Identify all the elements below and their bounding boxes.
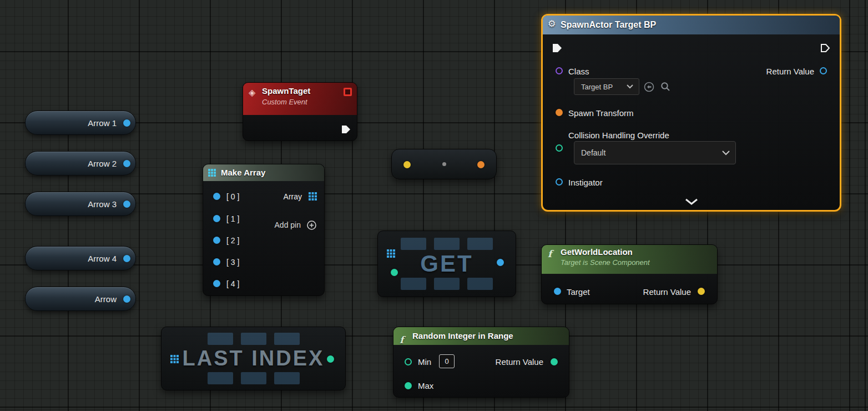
instigator-label: Instigator xyxy=(568,178,603,187)
index-output-pin[interactable] xyxy=(327,355,334,363)
variable-node-arrow-4[interactable]: Arrow 4 xyxy=(25,246,136,270)
wire-layer xyxy=(0,0,166,83)
exec-output-pin[interactable] xyxy=(820,43,830,53)
min-label: Min xyxy=(418,357,431,367)
delegate-pin[interactable] xyxy=(344,88,352,96)
transform-output-pin[interactable] xyxy=(477,161,485,168)
expand-node-chevron[interactable] xyxy=(685,197,698,207)
node-subtitle: Target is Scene Component xyxy=(561,258,717,267)
custom-event-node[interactable]: ◈ SpawnTaget Custom Event xyxy=(243,82,357,141)
node-title: GetWorldLocation xyxy=(561,247,717,257)
object-output-pin[interactable] xyxy=(123,201,130,208)
array-element-pin-2[interactable] xyxy=(213,237,220,244)
object-output-pin[interactable] xyxy=(123,160,130,167)
event-diamond-icon: ◈ xyxy=(249,87,255,98)
node-title: Random Integer in Range xyxy=(412,331,513,340)
collision-override-pin[interactable] xyxy=(556,144,563,152)
pin-label: [ 0 ] xyxy=(226,192,239,201)
spawn-transform-pin[interactable] xyxy=(556,109,563,116)
last-index-node[interactable]: LAST INDEX xyxy=(161,327,346,390)
array-input-pin[interactable] xyxy=(170,355,179,363)
pin-label: [ 3 ] xyxy=(226,258,239,267)
spawn-actor-node[interactable]: ⚙ SpawnActor Target BP Class Return Valu… xyxy=(541,14,841,212)
target-label: Target xyxy=(567,287,590,297)
pin-label: [ 2 ] xyxy=(226,236,239,245)
collision-override-dropdown[interactable]: Default xyxy=(574,141,736,164)
variable-label: Arrow 4 xyxy=(88,254,117,263)
variable-label: Arrow xyxy=(95,294,117,304)
collision-override-value: Default xyxy=(574,148,722,157)
get-world-location-node[interactable]: f GetWorldLocation Target is Scene Compo… xyxy=(541,244,718,304)
collapsed-transform-node[interactable] xyxy=(391,149,497,179)
array-get-node[interactable]: GET xyxy=(377,230,516,297)
node-watermark: LAST INDEX xyxy=(162,327,345,390)
chevron-down-icon xyxy=(627,84,639,89)
node-title: SpawnTaget xyxy=(262,86,357,96)
class-select-dropdown[interactable]: Target BP xyxy=(574,78,639,95)
node-watermark: GET xyxy=(378,231,516,297)
add-pin-button[interactable] xyxy=(307,220,316,230)
return-value-label: Return Value xyxy=(643,287,691,297)
object-output-pin[interactable] xyxy=(123,295,130,303)
target-input-pin[interactable] xyxy=(554,288,561,295)
min-value-input[interactable]: 0 xyxy=(439,354,455,368)
function-icon: f xyxy=(400,331,403,349)
instigator-pin[interactable] xyxy=(556,178,563,186)
node-dot xyxy=(442,162,446,166)
object-output-pin[interactable] xyxy=(123,255,130,262)
return-value-pin[interactable] xyxy=(551,358,558,365)
class-select-value: Target BP xyxy=(574,83,627,91)
spawn-transform-label: Spawn Transform xyxy=(568,108,634,118)
array-output-pin[interactable] xyxy=(309,192,317,201)
variable-label: Arrow 3 xyxy=(88,199,117,209)
array-output-label: Array xyxy=(284,192,302,201)
node-title: Make Array xyxy=(221,168,265,177)
make-array-node[interactable]: Make Array [ 0 ] [ 1 ] [ 2 ] [ 3 ] [ 4 ]… xyxy=(203,164,325,296)
variable-node-arrow[interactable]: Arrow xyxy=(25,287,136,311)
variable-node-arrow-3[interactable]: Arrow 3 xyxy=(25,192,136,216)
collision-handling-label: Collision Handling Override xyxy=(568,131,669,140)
array-element-pin-4[interactable] xyxy=(213,280,220,287)
object-output-pin[interactable] xyxy=(123,119,130,127)
return-value-label: Return Value xyxy=(766,67,814,76)
vector-input-pin[interactable] xyxy=(403,161,411,168)
variable-label: Arrow 2 xyxy=(88,159,117,168)
variable-label: Arrow 1 xyxy=(88,118,117,128)
exec-output-pin[interactable] xyxy=(341,125,351,134)
element-output-pin[interactable] xyxy=(497,259,504,266)
index-input-pin[interactable] xyxy=(391,269,398,276)
reset-to-default-icon[interactable] xyxy=(644,82,654,92)
pin-label: [ 1 ] xyxy=(226,214,239,223)
node-title: SpawnActor Target BP xyxy=(561,20,656,29)
class-label: Class xyxy=(568,67,589,76)
add-pin-label: Add pin xyxy=(275,220,301,229)
array-element-pin-3[interactable] xyxy=(213,258,220,265)
max-label: Max xyxy=(418,381,433,390)
chevron-down-icon xyxy=(722,151,735,156)
array-input-pin[interactable] xyxy=(387,249,395,258)
array-element-pin-1[interactable] xyxy=(213,215,220,222)
node-subtitle: Custom Event xyxy=(262,98,357,106)
random-integer-node[interactable]: f Random Integer in Range Min 0 Return V… xyxy=(393,327,569,398)
min-input-pin[interactable] xyxy=(405,358,412,365)
variable-node-arrow-1[interactable]: Arrow 1 xyxy=(25,111,136,135)
pin-label: [ 4 ] xyxy=(226,279,239,288)
max-input-pin[interactable] xyxy=(405,382,412,389)
return-value-pin[interactable] xyxy=(698,288,705,295)
spawn-gear-icon: ⚙ xyxy=(548,16,556,32)
return-value-pin[interactable] xyxy=(820,67,827,74)
class-input-pin[interactable] xyxy=(556,67,563,74)
search-icon[interactable] xyxy=(660,82,670,92)
function-icon: f xyxy=(548,248,552,259)
array-grid-icon xyxy=(208,164,216,181)
exec-input-pin[interactable] xyxy=(552,43,562,53)
variable-node-arrow-2[interactable]: Arrow 2 xyxy=(25,151,136,176)
blueprint-canvas[interactable]: Arrow 1 Arrow 2 Arrow 3 Arrow 4 Arrow ◈ … xyxy=(0,0,868,411)
return-value-label: Return Value xyxy=(496,357,543,367)
array-element-pin-0[interactable] xyxy=(213,193,220,200)
